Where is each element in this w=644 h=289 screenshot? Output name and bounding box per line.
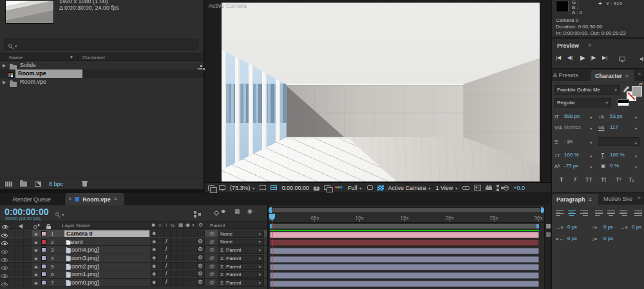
table-row[interactable]: 1 Camera 0 None	[0, 230, 267, 238]
layer-bar[interactable]	[270, 256, 539, 263]
time-navigator-track[interactable]	[269, 207, 544, 213]
layer-name[interactable]: [Room2.png]	[66, 263, 99, 270]
view-layout-dropdown[interactable]: 1 View	[436, 185, 459, 191]
pick-whip-icon[interactable]	[209, 231, 214, 236]
justify-last-center-button[interactable]	[606, 209, 616, 216]
align-right-button[interactable]	[579, 209, 589, 216]
stroke-width-value[interactable]: - px	[564, 138, 573, 144]
parent-dropdown[interactable]: 2. Parent	[218, 271, 264, 278]
comp-flowchart-icon[interactable]	[194, 211, 196, 214]
indent-left-value[interactable]: 0 px	[567, 224, 577, 230]
3d-layer-icon[interactable]	[198, 271, 203, 277]
collapse-switch-icon[interactable]	[158, 223, 162, 228]
motion-blur-switch-icon[interactable]	[185, 223, 190, 228]
flowchart-usage-icon[interactable]	[200, 65, 202, 67]
adjustment-switch-icon[interactable]	[192, 223, 195, 228]
eye-column-icon[interactable]	[2, 225, 8, 229]
small-caps-button[interactable]: Tt	[601, 176, 606, 183]
tsume-value[interactable]: 0 %	[610, 163, 619, 169]
3d-layer-icon[interactable]	[198, 239, 203, 245]
pick-whip-icon[interactable]	[209, 256, 214, 261]
grid-guides-icon[interactable]	[270, 185, 277, 190]
navigator-start-handle[interactable]	[269, 207, 272, 213]
frame-blend-switch-icon[interactable]	[178, 223, 184, 228]
layer-bar[interactable]	[270, 272, 539, 279]
3d-layer-icon[interactable]	[198, 263, 203, 269]
layer-switch-cells[interactable]	[150, 279, 205, 286]
tab-comp-roomvpe[interactable]: Room.vpe	[65, 193, 124, 205]
magnification-dropdown[interactable]: (73.3%)	[230, 185, 255, 191]
layer-name[interactable]: [Room3.png]	[66, 255, 99, 261]
primary-viewer-icon[interactable]	[219, 185, 225, 190]
label-color-chip[interactable]	[41, 239, 46, 245]
layer-name[interactable]: [Room1.png]	[66, 271, 99, 277]
tracking-value[interactable]: 117	[610, 124, 618, 130]
vertical-scale-value[interactable]: 100 %	[564, 152, 579, 158]
justify-all-button[interactable]	[633, 209, 643, 216]
layer-bar[interactable]	[270, 281, 539, 287]
panel-menu-icon[interactable]	[114, 196, 117, 202]
stroke-style-dropdown[interactable]	[598, 137, 639, 146]
fast-previews-icon[interactable]	[486, 185, 492, 190]
playhead-line[interactable]	[272, 221, 272, 289]
justify-last-left-button[interactable]	[594, 209, 603, 216]
table-row[interactable]: 2 Parent None	[0, 238, 267, 247]
tab-effects-presets[interactable]: & Presets	[553, 72, 578, 79]
parent-dropdown[interactable]: 2. Parent	[218, 255, 264, 262]
parent-dropdown[interactable]: 2. Parent	[218, 279, 264, 286]
search-options-arrow-icon[interactable]	[61, 212, 64, 218]
3d-layer-icon[interactable]	[198, 279, 203, 285]
timeline-search-icon[interactable]	[55, 212, 59, 216]
expand-arrow-icon[interactable]	[35, 256, 38, 261]
timeline-right-gutter[interactable]	[544, 205, 551, 289]
layer-switch-cells[interactable]	[150, 246, 205, 253]
always-preview-icon[interactable]	[208, 185, 214, 191]
quality-icon[interactable]	[166, 247, 167, 252]
table-row[interactable]: 3 [Room4.png] 2. Parent	[0, 246, 267, 254]
layer-name[interactable]: Parent	[66, 239, 83, 245]
horizontal-scale-value[interactable]: 100 %	[610, 152, 625, 158]
parent-dropdown[interactable]: None	[218, 230, 264, 238]
expand-arrow-icon[interactable]	[35, 272, 38, 277]
table-row[interactable]: 6 [Room1.png] 2. Parent	[0, 270, 267, 279]
label-color-chip[interactable]	[41, 272, 46, 277]
quality-icon[interactable]	[166, 239, 167, 245]
layer-switch-cells[interactable]	[150, 263, 205, 270]
table-row[interactable]: 7 [Room0.png] 2. Parent	[0, 279, 267, 287]
layer-bar[interactable]	[270, 239, 539, 246]
label-column-icon[interactable]	[37, 223, 40, 228]
last-frame-button[interactable]	[602, 55, 607, 61]
shy-icon[interactable]	[151, 231, 156, 236]
space-before-value[interactable]: 0 px	[603, 224, 613, 230]
black-white-swatch-icon[interactable]	[618, 99, 629, 106]
play-button[interactable]	[580, 55, 585, 61]
layer-switch-cells[interactable]	[150, 270, 205, 277]
pick-whip-icon[interactable]	[209, 272, 214, 277]
eye-icon[interactable]	[1, 258, 8, 262]
baseline-shift-value[interactable]: -73 px	[564, 163, 578, 169]
adjust-exposure-icon[interactable]	[504, 185, 509, 191]
time-ruler[interactable]: 0s 05s 10s 15s 20s 25s 30s	[269, 214, 544, 223]
comp-button-icon[interactable]	[546, 232, 551, 237]
eye-icon[interactable]	[1, 234, 8, 238]
mask-visibility-icon[interactable]	[367, 185, 373, 190]
shy-switch-icon[interactable]	[151, 223, 156, 228]
next-frame-button[interactable]	[591, 55, 596, 61]
layer-name-column-label[interactable]: Layer Name	[62, 223, 90, 228]
quality-icon[interactable]	[166, 263, 167, 269]
first-frame-button[interactable]	[556, 55, 561, 61]
time-navigator-bar[interactable]	[271, 208, 541, 212]
superscript-button[interactable]: T¹	[616, 176, 621, 183]
dropdown-arrow-icon[interactable]	[634, 126, 638, 131]
item-label[interactable]: Room.vpe	[18, 70, 46, 77]
swap-fill-stroke-icon[interactable]	[639, 82, 643, 86]
search-options-arrow-icon[interactable]	[14, 43, 17, 49]
shy-icon[interactable]	[151, 256, 156, 261]
show-channel-icon[interactable]	[335, 186, 343, 189]
layer-bar[interactable]	[270, 264, 539, 270]
label-color-chip[interactable]	[41, 264, 46, 269]
shy-icon[interactable]	[151, 272, 156, 277]
leading-value[interactable]: 53 px	[610, 113, 623, 119]
expand-arrow-icon[interactable]	[35, 265, 38, 269]
layer-bar[interactable]	[270, 232, 539, 238]
